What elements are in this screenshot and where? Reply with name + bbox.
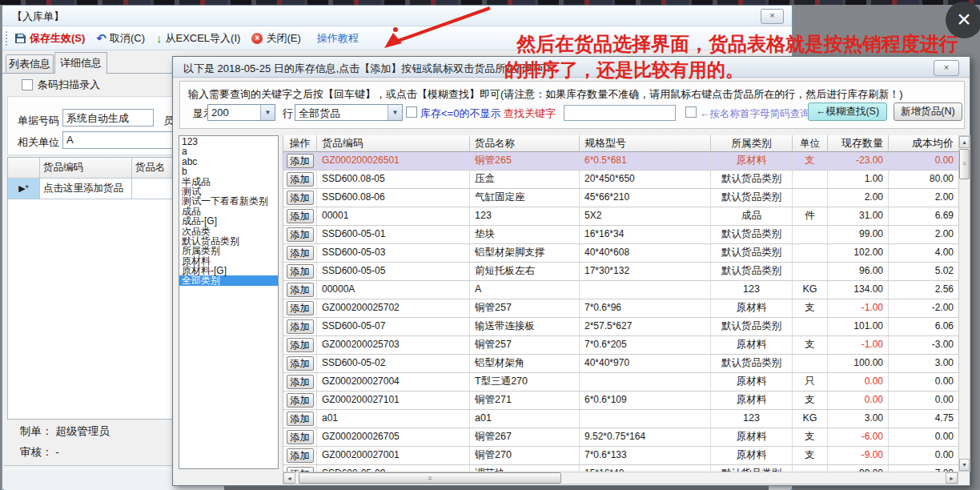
scroll-down-button[interactable]: ▼	[959, 459, 970, 471]
add-button[interactable]: 添加	[287, 356, 314, 371]
item-qty-cell: 3.00	[828, 410, 889, 428]
add-button[interactable]: 添加	[287, 448, 314, 463]
new-item-button[interactable]: 新增货品(N)	[894, 102, 962, 121]
category-combo[interactable]: 全部货品 ▼	[295, 104, 403, 121]
show-count-combo[interactable]: 200 ▼	[207, 104, 275, 121]
add-button[interactable]: 添加	[287, 172, 314, 187]
item-name-cell: 气缸固定座	[470, 189, 580, 207]
add-button[interactable]: 添加	[287, 412, 314, 426]
tutorial-link[interactable]: 操作教程	[317, 31, 359, 46]
item-unit-cell: 支	[793, 152, 828, 170]
column-header[interactable]: 所属类别	[711, 135, 793, 152]
hide-zero-checkbox[interactable]	[406, 106, 417, 118]
vertical-scroll-thumb[interactable]: ≡	[959, 149, 970, 179]
category-item[interactable]: 测试一下看看新类别	[179, 196, 278, 206]
add-button[interactable]: 添加	[287, 393, 314, 408]
barcode-scan-row: 条码扫描录入	[22, 78, 100, 92]
column-header[interactable]: 规格型号	[580, 135, 711, 152]
item-cost-cell: 0.00	[889, 428, 959, 446]
add-button[interactable]: 添加	[287, 227, 314, 242]
column-header[interactable]: 现存数量	[828, 135, 889, 152]
stock-row[interactable]: 添加GZ000200027101铜管2716*0.6*109原材料支0.000.…	[283, 392, 959, 410]
chevron-down-icon[interactable]: ▼	[388, 105, 402, 120]
stock-row[interactable]: 添加00000AA123KG134.002.56	[283, 281, 959, 299]
item-unit-cell	[793, 318, 828, 335]
stock-row[interactable]: 添加SSD600-05-07输送带连接板2*57.5*627默认货品类别101.…	[283, 318, 959, 336]
pinyin-checkbox[interactable]	[685, 106, 697, 118]
add-button[interactable]: 添加	[287, 246, 314, 260]
add-button[interactable]: 添加	[287, 209, 314, 223]
stock-row[interactable]: 添加SSD600-05-03铝型材架脚支撑40*40*608默认货品类别102.…	[283, 244, 959, 263]
category-item[interactable]: abc	[179, 157, 278, 167]
stock-row[interactable]: 添加GZ000200027004T型三通270原材料只0.000.00	[283, 373, 959, 392]
column-header[interactable]: 操作	[283, 135, 317, 152]
category-item[interactable]: 123	[179, 137, 278, 147]
category-item[interactable]: 成品-[G]	[179, 216, 278, 226]
tab-detail-info[interactable]: 详细信息	[54, 52, 107, 74]
cancel-button[interactable]: ↶ 取消(C)	[96, 31, 145, 46]
category-item[interactable]: 全部类别	[179, 275, 278, 285]
item-spec-cell	[580, 281, 711, 299]
stock-row[interactable]: 添加SSD600-05-01垫块16*16*34默认货品类别99.002.00	[283, 226, 959, 244]
stock-row[interactable]: 添加SSD600-05-05前短托板左右17*30*132默认货品类别96.00…	[283, 263, 959, 281]
dialog-close-button[interactable]: ×	[934, 60, 959, 76]
horizontal-scrollbar[interactable]: ◄ ≡ ►	[283, 472, 958, 484]
stock-row[interactable]: 添加GZ000200026705铜管2679.52*0.75*164原材料支-6…	[283, 428, 959, 447]
stock-row[interactable]: 添加000011235X2成品件31.006.69	[283, 207, 959, 226]
close-button[interactable]: × 关闭(E)	[251, 31, 300, 46]
add-button[interactable]: 添加	[287, 375, 314, 389]
add-item-hint-cell[interactable]: 点击这里添加货品	[40, 179, 132, 199]
add-button[interactable]: 添加	[287, 191, 314, 205]
horizontal-scroll-thumb[interactable]: ≡	[299, 472, 561, 484]
stock-row[interactable]: 添加a01a01123KG3.004.75	[283, 410, 959, 428]
import-excel-button[interactable]: ↓ 从EXCEL导入(I)	[156, 31, 240, 46]
scroll-right-button[interactable]: ►	[946, 472, 958, 484]
category-listbox[interactable]: 123aabcb半成品测试测试一下看看新类别成品成品-[G]次品类默认货品类别所…	[179, 135, 279, 469]
scroll-left-button[interactable]: ◄	[283, 472, 295, 484]
window-close-button[interactable]: ×	[761, 9, 784, 24]
column-header[interactable]: 货品编码	[317, 135, 470, 152]
item-cost-cell: 7.00	[889, 465, 959, 472]
column-header[interactable]: 货品名称	[470, 135, 580, 152]
selector-column-header	[8, 158, 40, 179]
add-button[interactable]: 添加	[287, 301, 314, 315]
stock-row[interactable]: 添加GZ000200025703铜管2577*0.6*205原材料支-1.00-…	[283, 336, 959, 355]
add-button[interactable]: 添加	[287, 264, 314, 279]
category-item[interactable]: a	[179, 147, 278, 156]
tab-list-info[interactable]: 列表信息	[6, 54, 54, 73]
item-name-cell: 铜管267	[470, 428, 580, 446]
item-unit-cell	[793, 355, 828, 372]
stock-row[interactable]: 添加SSD600.08-05压盒20*450*650默认货品类别1.0080.0…	[283, 171, 959, 189]
stock-row[interactable]: 添加GZ000200027001铜管2707*0.6*133原材料支-9.000…	[283, 447, 959, 465]
barcode-scan-checkbox[interactable]	[22, 79, 33, 90]
stock-row[interactable]: 添加GZ000200025702铜管2577*0.6*96原材料支-1.00-2…	[283, 299, 959, 318]
overlay-close-icon[interactable]: ×	[946, 2, 980, 38]
vertical-scrollbar[interactable]: ▲ ≡ ▼	[958, 135, 970, 472]
item-code-cell: SSD600-05-03	[317, 244, 470, 262]
add-button[interactable]: 添加	[287, 283, 314, 297]
add-button[interactable]: 添加	[287, 430, 314, 444]
stock-row[interactable]: 添加SSD600-05-09调节块15*16*40默认货品类别99.007.00	[283, 465, 959, 472]
item-qty-cell: 101.00	[828, 318, 889, 335]
category-item[interactable]: b	[179, 167, 278, 176]
stock-row[interactable]: 添加GZ000200026501铜管2656*0.5*681原材料支-23.00…	[283, 152, 959, 171]
chevron-down-icon[interactable]: ▼	[260, 105, 275, 120]
item-category-cell: 默认货品类别	[711, 171, 793, 188]
red-dot-annotation	[393, 27, 398, 32]
doc-no-input[interactable]: 系统自动生成	[62, 109, 154, 127]
related-unit-input[interactable]: A	[62, 131, 191, 149]
stock-row[interactable]: 添加SSD600.08-06气缸固定座45*66*210默认货品类别2.002.…	[283, 189, 959, 207]
add-button[interactable]: 添加	[287, 154, 314, 168]
add-button[interactable]: 添加	[287, 338, 314, 352]
fuzzy-search-button[interactable]: ←模糊查找(S)	[808, 102, 887, 121]
scroll-up-button[interactable]: ▲	[959, 136, 970, 148]
keyword-input[interactable]	[564, 105, 676, 121]
add-button[interactable]: 添加	[287, 319, 314, 334]
item-category-cell: 原材料	[711, 428, 793, 446]
column-header[interactable]: 成本均价	[889, 135, 959, 152]
save-button[interactable]: 保存生效(S)	[14, 31, 85, 46]
query-instructions: 输入需要查询的关键字之后按【回车键】，或点击【模糊查找】即可(请注意：如果库存数…	[188, 87, 903, 102]
category-item[interactable]: 所属类别	[179, 246, 278, 255]
column-header[interactable]: 单位	[793, 135, 828, 152]
stock-row[interactable]: 添加SSD600-05-02铝型材架角40*40*970默认货品类别100.00…	[283, 355, 959, 373]
